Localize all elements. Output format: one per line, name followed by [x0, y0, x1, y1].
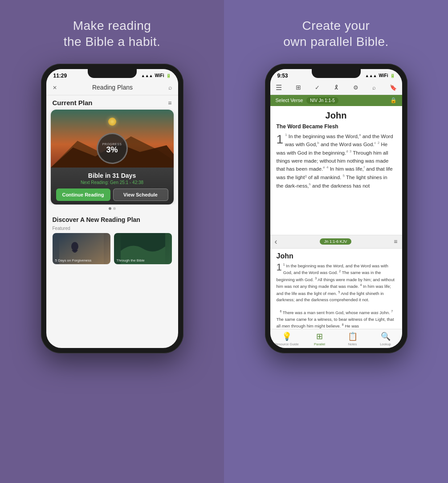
featured-grid: 5 Days on Forgiveness Through the Bible — [53, 233, 172, 264]
plan-card: PROGRESS 3% Bible in 31 Days Next Readin… — [51, 110, 174, 205]
featured-label-1: 5 Days on Forgiveness — [55, 258, 92, 262]
tab-lookup[interactable]: 🔍 Lookup — [369, 332, 402, 346]
lock-icon: 🔒 — [390, 97, 397, 103]
menu-dots-icon[interactable]: ≡ — [394, 238, 397, 245]
right-phone-notch — [312, 69, 361, 78]
select-verse-bar: Select Verse NIV Jn 1:1-5 🔒 — [270, 95, 402, 106]
right-panel: Create your own parallel Bible. 9:53 ▲▲▲… — [224, 0, 448, 483]
tab-notes-label: Notes — [348, 342, 357, 346]
right-phone-frame: 9:53 ▲▲▲ WiFi 🔋 ☰ ⊞ ✓ 🎗 ⚙ ⌕ 🔖 Select Ver… — [265, 64, 407, 353]
status-icons-right: ▲▲▲ WiFi 🔋 — [365, 73, 395, 78]
plan-next-reading: Next Reading: Gen 25:1 - 42:38 — [56, 180, 168, 185]
tab-lookup-label: Lookup — [380, 342, 391, 346]
svg-point-3 — [71, 242, 78, 251]
left-panel: Make reading the Bible a habit. 11:29 ▲▲… — [0, 0, 224, 483]
book-title-bottom: John — [277, 252, 396, 260]
progress-circle: PROGRESS 3% — [97, 133, 128, 164]
book-title-top: John — [277, 111, 396, 121]
tab-resource-label: Resource Guide — [274, 342, 298, 346]
moon-illustration — [108, 118, 116, 126]
notes-icon: 📋 — [348, 332, 358, 341]
tab-resource-guide[interactable]: 💡 Resource Guide — [270, 332, 303, 346]
dot-1[interactable] — [109, 207, 111, 210]
gear-icon[interactable]: ⚙ — [353, 84, 358, 91]
plan-card-body: Bible in 31 Days Next Reading: Gen 25:1 … — [51, 168, 174, 205]
books-icon[interactable]: ⊞ — [296, 84, 301, 91]
featured-item-2[interactable]: Through the Bible — [114, 233, 172, 264]
reading-plans-title: Reading Plans — [92, 84, 133, 91]
current-plan-label: Current Plan — [53, 99, 93, 106]
view-schedule-button[interactable]: View Schedule — [113, 188, 168, 201]
menu-icon[interactable]: ☰ — [276, 83, 282, 92]
status-time-left: 11:29 — [53, 73, 67, 79]
list-icon[interactable] — [168, 99, 171, 107]
tab-parallel-label: Parallel — [314, 342, 325, 346]
left-phone-frame: 11:29 ▲▲▲ WiFi 🔋 Reading Plans Current P… — [41, 64, 183, 353]
progress-circle-bg: PROGRESS 3% — [97, 133, 128, 164]
tab-parallel[interactable]: ⊞ Parallel — [303, 332, 336, 346]
tab-notes[interactable]: 📋 Notes — [336, 332, 369, 346]
bible-content-bottom: John 1 1 In the beginning was the Word, … — [270, 249, 402, 342]
reading-plans-nav: Reading Plans — [46, 81, 178, 95]
search-icon-right[interactable]: ⌕ — [372, 84, 376, 91]
left-phone-screen: 11:29 ▲▲▲ WiFi 🔋 Reading Plans Current P… — [46, 69, 178, 348]
dot-2[interactable] — [113, 207, 116, 210]
resource-guide-icon: 💡 — [282, 332, 292, 341]
right-panel-title: Create your own parallel Bible. — [283, 18, 389, 50]
lookup-icon: 🔍 — [381, 332, 391, 341]
verse-ref-badge[interactable]: NIV Jn 1:1-5 — [306, 97, 338, 104]
kjv-badge[interactable]: Jn 1:1-6 KJV — [320, 238, 352, 245]
continue-reading-button[interactable]: Continue Reading — [56, 188, 110, 201]
bible-content-top: John The Word Became Flesh 1 1 In the be… — [270, 106, 402, 235]
featured-label-2: Through the Bible — [117, 258, 145, 262]
back-icon[interactable]: ‹ — [275, 237, 277, 246]
ribbon-icon[interactable]: 🎗 — [334, 84, 339, 91]
plan-card-image: PROGRESS 3% — [51, 110, 174, 168]
current-plan-header: Current Plan — [46, 95, 178, 110]
section-heading: The Word Became Flesh — [277, 123, 396, 130]
select-verse-label: Select Verse — [276, 98, 303, 103]
bible-toolbar: ☰ ⊞ ✓ 🎗 ⚙ ⌕ 🔖 — [270, 81, 402, 95]
plan-buttons: Continue Reading View Schedule — [56, 188, 168, 201]
bottom-tab-bar: 💡 Resource Guide ⊞ Parallel 📋 Notes 🔍 Lo… — [270, 329, 402, 348]
featured-label: Featured — [53, 226, 172, 231]
status-icons-left: ▲▲▲ WiFi 🔋 — [141, 73, 171, 78]
verse-num-large: 1 — [277, 133, 284, 146]
discover-title: Discover A New Reading Plan — [53, 216, 172, 223]
verse-text-top: 1 1 In the beginning was the Word,a and … — [277, 132, 396, 190]
phone-notch — [88, 69, 137, 78]
discover-section: Discover A New Reading Plan Featured — [46, 213, 178, 267]
parallel-icon: ⊞ — [316, 332, 323, 341]
progress-value: 3% — [106, 146, 118, 154]
plan-name: Bible in 31 Days — [56, 172, 168, 179]
carousel-dots — [46, 205, 178, 213]
bookmark-icon[interactable]: 🔖 — [390, 84, 397, 91]
status-time-right: 9:53 — [277, 73, 288, 79]
divider-bar: ‹ Jn 1:1-6 KJV ≡ — [270, 235, 402, 249]
right-phone-screen: 9:53 ▲▲▲ WiFi 🔋 ☰ ⊞ ✓ 🎗 ⚙ ⌕ 🔖 Select Ver… — [270, 69, 402, 348]
verse-text-bottom: 1 1 In the beginning was the Word, and t… — [277, 262, 396, 330]
close-icon[interactable] — [53, 83, 57, 91]
search-icon[interactable] — [168, 83, 172, 91]
verse-num-kjv: 1 — [277, 262, 282, 272]
featured-item-1[interactable]: 5 Days on Forgiveness — [53, 233, 110, 264]
left-panel-title: Make reading the Bible a habit. — [64, 18, 161, 50]
bookmark-check-icon[interactable]: ✓ — [315, 84, 320, 91]
